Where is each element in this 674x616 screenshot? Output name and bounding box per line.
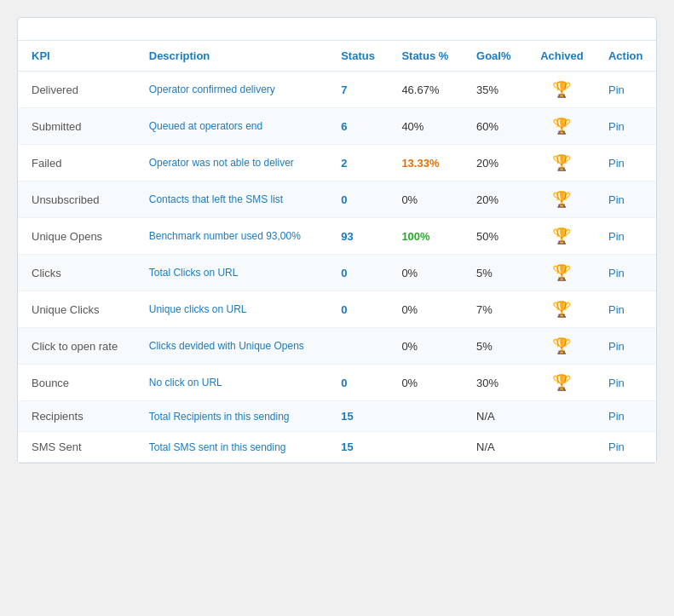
table-row: ClicksTotal Clicks on URL00%5%🏆Pin <box>18 255 656 291</box>
achieved-trophy: 🏆 <box>524 108 595 145</box>
trophy-icon: 🏆 <box>552 373 571 392</box>
status-percent <box>388 432 463 463</box>
table-row: Click to open rateClicks devided with Un… <box>18 328 656 365</box>
table-row: Unique ClicksUnique clicks on URL00%7%🏆P… <box>18 291 656 328</box>
achieved-trophy: 🏆 <box>524 255 595 291</box>
kpi-label: Bounce <box>18 365 135 401</box>
status-value: 6 <box>327 108 388 145</box>
pin-link[interactable]: Pin <box>608 193 625 206</box>
goal-percent: N/A <box>463 432 524 463</box>
kpi-label: Submitted <box>18 108 135 145</box>
action-cell: Pin <box>595 432 656 463</box>
achieved-trophy: 🏆 <box>524 218 595 255</box>
kpi-label: Delivered <box>18 72 135 108</box>
goal-percent: 35% <box>463 72 524 108</box>
description-text: Benchmark number used 93,00% <box>135 218 327 255</box>
goal-percent: 20% <box>463 181 524 218</box>
col-header-achieved: Achived <box>524 41 595 72</box>
status-value: 15 <box>327 432 388 463</box>
kpi-label: Unsubscribed <box>18 181 135 218</box>
goal-percent: N/A <box>463 401 524 432</box>
status-value: 93 <box>327 218 388 255</box>
action-cell: Pin <box>595 328 656 365</box>
description-text: Queued at operators end <box>135 108 327 145</box>
goal-percent: 7% <box>463 291 524 328</box>
col-header-description: Description <box>135 41 327 72</box>
description-text: Clicks devided with Unique Opens <box>135 328 327 365</box>
status-percent: 0% <box>388 255 463 291</box>
pin-link[interactable]: Pin <box>608 377 625 389</box>
pin-link[interactable]: Pin <box>608 83 625 96</box>
action-cell: Pin <box>595 291 656 328</box>
description-text: Total Clicks on URL <box>135 255 327 291</box>
pin-link[interactable]: Pin <box>608 120 625 133</box>
table-row: SubmittedQueued at operators end640%60%🏆… <box>18 108 656 145</box>
col-header-status: Status <box>327 41 388 72</box>
status-percent: 0% <box>388 291 463 328</box>
pin-link[interactable]: Pin <box>608 267 625 279</box>
status-percent: 13.33% <box>388 145 463 181</box>
goal-percent: 50% <box>463 218 524 255</box>
achieved-trophy: 🏆 <box>524 328 595 365</box>
kpi-label: Unique Clicks <box>18 291 135 328</box>
goal-percent: 5% <box>463 328 524 365</box>
trophy-icon: 🏆 <box>552 153 571 172</box>
trophy-icon: 🏆 <box>552 300 571 319</box>
col-header-action: Action <box>595 41 656 72</box>
pin-link[interactable]: Pin <box>608 303 625 316</box>
goal-percent: 20% <box>463 145 524 181</box>
description-text: Total Recipients in this sending <box>135 401 327 432</box>
kpi-label: Click to open rate <box>18 328 135 365</box>
kpi-label: Recipients <box>18 401 135 432</box>
table-row: BounceNo click on URL00%30%🏆Pin <box>18 365 656 401</box>
table-row: RecipientsTotal Recipients in this sendi… <box>18 401 656 432</box>
status-value: 0 <box>327 255 388 291</box>
action-cell: Pin <box>595 181 656 218</box>
status-value: 7 <box>327 72 388 108</box>
description-text: Unique clicks on URL <box>135 291 327 328</box>
description-text: Contacts that left the SMS list <box>135 181 327 218</box>
achieved-trophy <box>524 401 595 432</box>
status-value: 0 <box>327 181 388 218</box>
trophy-icon: 🏆 <box>552 190 571 209</box>
description-text: No click on URL <box>135 365 327 401</box>
pin-link[interactable]: Pin <box>608 157 625 170</box>
status-value: 2 <box>327 145 388 181</box>
status-value: 15 <box>327 401 388 432</box>
kpi-label: Unique Opens <box>18 218 135 255</box>
pin-link[interactable]: Pin <box>608 340 625 353</box>
table-row: UnsubscribedContacts that left the SMS l… <box>18 181 656 218</box>
table-row: SMS SentTotal SMS sent in this sending15… <box>18 432 656 463</box>
status-percent: 46.67% <box>388 72 463 108</box>
table-row: Unique OpensBenchmark number used 93,00%… <box>18 218 656 255</box>
pin-link[interactable]: Pin <box>608 230 625 243</box>
achieved-trophy: 🏆 <box>524 145 595 181</box>
pin-link[interactable]: Pin <box>608 410 625 423</box>
kpi-label: SMS Sent <box>18 432 135 463</box>
status-percent: 40% <box>388 108 463 145</box>
kpi-label: Clicks <box>18 255 135 291</box>
status-value: 0 <box>327 365 388 401</box>
achieved-trophy: 🏆 <box>524 291 595 328</box>
col-header-kpi: KPI <box>18 41 135 72</box>
trophy-icon: 🏆 <box>552 263 571 282</box>
status-percent: 0% <box>388 365 463 401</box>
description-text: Operator confirmed delivery <box>135 72 327 108</box>
trophy-icon: 🏆 <box>552 80 571 99</box>
action-cell: Pin <box>595 255 656 291</box>
insights-table: KPI Description Status Status % Goal% Ac… <box>18 41 656 463</box>
action-cell: Pin <box>595 145 656 181</box>
col-header-status-pct: Status % <box>388 41 463 72</box>
achieved-trophy: 🏆 <box>524 72 595 108</box>
trophy-icon: 🏆 <box>552 337 571 355</box>
pin-link[interactable]: Pin <box>608 440 625 453</box>
action-cell: Pin <box>595 218 656 255</box>
goal-percent: 60% <box>463 108 524 145</box>
trophy-icon: 🏆 <box>552 117 571 135</box>
card-title <box>18 18 656 41</box>
col-header-goal-pct: Goal% <box>463 41 524 72</box>
table-row: DeliveredOperator confirmed delivery746.… <box>18 72 656 108</box>
status-percent: 0% <box>388 328 463 365</box>
achieved-trophy: 🏆 <box>524 365 595 401</box>
achieved-trophy <box>524 432 595 463</box>
